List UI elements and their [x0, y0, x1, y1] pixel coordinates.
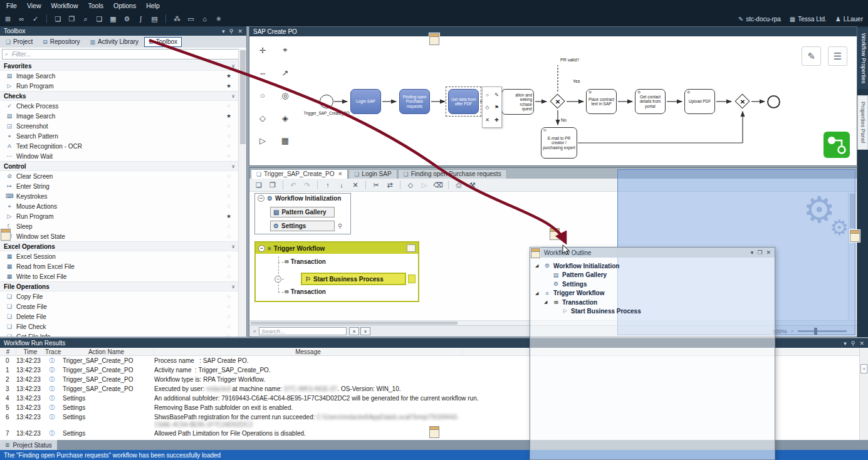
selection-handle[interactable] [408, 274, 416, 283]
open-file-icon[interactable]: ❐ [66, 15, 77, 23]
overview-map-tool-icon[interactable]: ▦ [277, 133, 293, 148]
toolbox-item-screenshot[interactable]: ◲Screenshot☆ [0, 121, 239, 131]
search-next-icon[interactable]: ∨ [360, 327, 370, 335]
tools-icon[interactable]: ⚒ [467, 181, 478, 189]
dock-guide-left-icon[interactable] [1, 229, 11, 241]
expander-icon[interactable]: ◢ [535, 291, 541, 296]
favorite-star-icon[interactable]: ☆ [226, 143, 231, 149]
chevron-down-icon[interactable]: ▾ [844, 340, 847, 347]
redo-icon[interactable]: ↷ [301, 181, 313, 189]
bpmn-start-event[interactable] [320, 95, 333, 108]
editor-tab-login-sap[interactable]: ❏Login SAP [348, 169, 397, 179]
run-all-icon[interactable]: ✳ [213, 15, 224, 23]
chevron-down-icon[interactable]: ▾ [751, 249, 754, 256]
section-header-file-operations[interactable]: File Operations∨ [0, 281, 239, 291]
favorite-star-icon[interactable]: ☆ [226, 293, 231, 300]
toolbox-item-create-file[interactable]: ❏Create File☆ [0, 301, 239, 311]
copy-icon[interactable]: ❏ [253, 181, 264, 189]
gateway-icon[interactable]: ◇ [485, 105, 489, 110]
menu-options[interactable]: Options [108, 1, 141, 11]
select-region-tool-icon[interactable]: ⌖ [277, 43, 293, 58]
favorite-star-icon[interactable]: ★ [226, 83, 231, 89]
menu-file[interactable]: File [1, 1, 22, 11]
window-drag-icon[interactable] [531, 248, 540, 258]
collapse-icon[interactable]: − [275, 276, 281, 283]
tab-project[interactable]: ❏Project [1, 37, 37, 47]
favorite-star-icon[interactable]: ☆ [226, 333, 231, 337]
edit-icon[interactable]: ✎ [494, 92, 499, 98]
toolbox-item-run-program[interactable]: ▷Run Program★ [0, 211, 239, 221]
resize-tool-icon[interactable]: ⇔ [254, 65, 271, 80]
favorite-star-icon[interactable]: ☆ [226, 133, 231, 139]
complex-gateway-tool-icon[interactable]: ◈ [277, 110, 293, 125]
favorite-star-icon[interactable]: ☆ [226, 303, 231, 310]
bpmn-task-email-pr-creator[interactable]: ✉E-mail to PR creator / purchasing exper… [541, 127, 577, 159]
favorite-star-icon[interactable]: ☆ [226, 103, 231, 109]
column-header-message[interactable]: Message [154, 348, 463, 356]
toolbox-item-window-wait[interactable]: ⋯Window Wait☆ [0, 151, 239, 161]
dock-guide-center-icon[interactable] [550, 228, 560, 240]
results-scrollbar[interactable]: ≡ [859, 348, 868, 440]
workflow-outline-window[interactable]: Workflow Outline ▾❐✕ ◢⚙Workflow Initiali… [530, 247, 775, 460]
trigger-workflow-group[interactable]: − ≡ Trigger Workflow 66 Transaction − ⚐ … [254, 241, 419, 302]
favorite-star-icon[interactable]: ☆ [226, 123, 231, 129]
menu-help[interactable]: Help [141, 1, 165, 11]
tab-toolbox[interactable]: ⊞Toolbox [144, 37, 182, 47]
home-icon[interactable]: ⌂ [199, 15, 210, 23]
column-header-action-name[interactable]: Action Name [59, 348, 154, 356]
settings-gear-icon[interactable]: ⚙ [122, 15, 132, 23]
tab-repository[interactable]: ⊟Repository [38, 37, 84, 47]
delete-icon[interactable]: ✕ [350, 181, 361, 189]
workflow-initialization-group[interactable]: − ⚙ Workflow Initialization ▤ Pattern Ga… [254, 193, 351, 234]
favorite-star-icon[interactable]: ★ [226, 73, 231, 79]
scrollbar-grip-icon[interactable]: ≡ [860, 364, 867, 374]
menu-button[interactable]: ☰ [828, 46, 847, 66]
toolbox-item-keystrokes[interactable]: ⌨Keystrokes☆ [0, 191, 239, 201]
breakpoint-icon[interactable]: ◇ [405, 181, 416, 189]
bpmn-task-occluded[interactable]: ation and eeking rchase quest [501, 89, 534, 115]
menu-tools[interactable]: Tools [83, 1, 108, 11]
favorite-star-icon[interactable]: ☆ [226, 313, 231, 320]
pin-icon[interactable]: ⚲ [229, 28, 234, 34]
bpmn-end-event[interactable] [767, 95, 780, 108]
section-header-control[interactable]: Control∨ [0, 161, 239, 171]
toolbox-item-image-search[interactable]: ▤Image Search★ [0, 111, 239, 121]
outline-item-trigger-workflow[interactable]: ◢≡Trigger Workflow [530, 289, 775, 298]
print-icon[interactable]: ⎙ [453, 181, 464, 189]
pin-icon[interactable]: ⚲ [338, 222, 342, 229]
bpmn-task-upload-pdf[interactable]: ⚙Upload PDF [684, 89, 715, 114]
expander-icon[interactable]: ◢ [535, 263, 541, 268]
favorite-star-icon[interactable]: ☆ [226, 203, 231, 209]
end-event-tool-icon[interactable]: ◎ [277, 88, 293, 103]
project-status-tab[interactable]: ≣ Project Status [0, 440, 57, 450]
bpmn-canvas[interactable]: ✛⌖⇔↗○◎◇◈▷▦ Trigger_SAP_Create_PO [249, 36, 857, 165]
toolbox-item-enter-string[interactable]: ↦Enter String☆ [0, 181, 239, 191]
settings-button[interactable]: ⚙ Settings [270, 221, 335, 231]
editor-tab-finding-open-purchase-requests[interactable]: ❏Finding open Purchase requests [398, 169, 507, 179]
favorite-star-icon[interactable]: ☆ [226, 263, 231, 269]
delete-icon[interactable]: ✕ [485, 117, 489, 123]
maximize-icon[interactable]: ❐ [757, 249, 762, 256]
undo-icon[interactable]: ↶ [288, 181, 299, 189]
favorite-star-icon[interactable]: ☆ [226, 183, 231, 189]
section-header-checks[interactable]: Checks∨ [0, 91, 239, 101]
move-down-icon[interactable]: ↓ [336, 181, 347, 189]
user-name[interactable]: ♟LLauer [835, 16, 863, 23]
circle-icon[interactable]: ○ [486, 92, 489, 98]
editor-tab-trigger-sap-create-po[interactable]: ❏Trigger_SAP_Create_PO✕ [251, 169, 348, 179]
section-header-excel-operations[interactable]: Excel Operations∨ [0, 241, 239, 251]
run-tool-icon[interactable]: ▷ [254, 133, 271, 148]
toolbox-item-write-to-excel-file[interactable]: ▦Write to Excel File☆ [0, 271, 239, 281]
toolbox-item-sleep[interactable]: ☾Sleep☆ [0, 221, 239, 231]
favorite-star-icon[interactable]: ☆ [226, 323, 231, 330]
outline-item-settings[interactable]: ⚙Settings [530, 280, 775, 289]
favorite-star-icon[interactable]: ☆ [226, 253, 231, 259]
collapse-icon[interactable]: − [258, 195, 264, 202]
paste-icon[interactable]: ❐ [267, 181, 278, 189]
toolbox-item-mouse-actions[interactable]: ⌖Mouse Actions☆ [0, 201, 239, 211]
pattern-gallery-button[interactable]: ▤ Pattern Gallery [270, 207, 335, 217]
close-icon[interactable]: ✕ [338, 171, 343, 177]
copy-document-icon[interactable]: ❏ [94, 15, 105, 23]
toolbox-item-clear-screen[interactable]: ⊘Clear Screen☆ [0, 171, 239, 181]
bpmn-task-place-contract-text[interactable]: ⚙Place contract text in SAP [586, 89, 617, 114]
